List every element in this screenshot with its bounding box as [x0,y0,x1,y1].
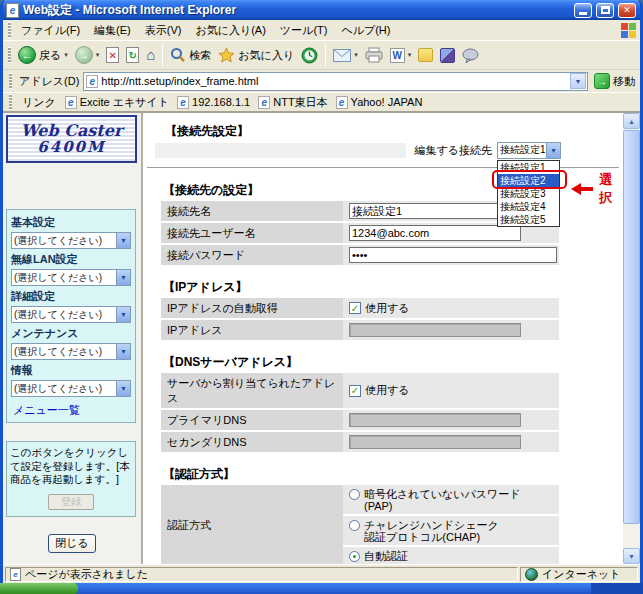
edit-with-word-button[interactable]: W ▾ [387,46,415,65]
menu-view[interactable]: 表示(V) [138,21,189,40]
ip-address-table: IPアドレスの自動取得 ✓ 使用する IPアドレス [161,298,561,340]
group-label-wlan: 無線LAN設定 [11,252,131,267]
edit-target-select[interactable]: 接続設定1 ▼ [497,142,561,159]
scroll-down-icon[interactable]: ▼ [623,548,640,564]
status-message: ページが表示されました [25,567,148,582]
connection-name-input[interactable] [349,203,521,219]
radio-selected-icon[interactable] [349,551,360,562]
minimize-button[interactable] [574,3,592,18]
menu-tools[interactable]: ツール(T) [273,21,335,40]
select-info[interactable]: (選択してください) ▼ [11,380,131,397]
menu-help[interactable]: ヘルプ(H) [334,21,397,40]
select-value: (選択してください) [14,271,102,285]
table-row: 認証方式 暗号化されていないパスワード (PAP) チ [161,485,561,564]
link-ntt-east[interactable]: e NTT東日本 [256,95,333,110]
select-advanced-settings[interactable]: (選択してください) ▼ [11,306,131,323]
link-yahoo-japan[interactable]: e Yahoo! JAPAN [334,96,429,109]
home-button[interactable]: ⌂ [143,46,158,64]
history-icon [301,47,318,64]
close-button[interactable]: ✕ [618,3,636,18]
start-button-fragment[interactable] [0,583,78,594]
research-button[interactable] [437,46,458,65]
ie-document-icon: e [6,3,19,18]
menu-favorites[interactable]: お気に入り(A) [188,21,272,40]
messenger-button[interactable] [459,46,482,65]
register-button[interactable]: 登録 [48,494,94,510]
menu-gripper[interactable] [8,22,11,38]
row-label: 認証方式 [161,485,343,564]
links-label: リンク [15,93,63,112]
search-button[interactable]: 検索 [167,45,214,65]
vertical-scrollbar[interactable]: ▲ ▼ [623,113,640,564]
dns-auto-checkbox[interactable]: ✓ [349,385,361,397]
row-value [343,320,559,340]
mail-dropdown-icon[interactable]: ▾ [354,51,358,59]
address-input[interactable] [101,74,567,89]
menu-edit[interactable]: 編集(E) [87,21,138,40]
mail-button[interactable]: ▾ [330,47,361,64]
edit-dropdown-icon[interactable]: ▾ [408,51,412,59]
chevron-down-icon: ▼ [546,143,560,158]
table-row: IPアドレス [161,320,561,340]
ip-auto-checkbox[interactable]: ✓ [349,302,361,314]
chevron-down-icon: ▼ [116,381,130,396]
password-input[interactable] [349,247,557,263]
security-zone-pane: インターネット [520,567,638,582]
forward-icon: → [75,46,93,64]
scroll-thumb[interactable] [623,130,640,524]
ie-link-icon: e [258,96,270,109]
auth-method-table: 認証方式 暗号化されていないパスワード (PAP) チ [161,485,561,564]
forward-dropdown-icon: ▾ [96,51,100,59]
username-input[interactable] [349,225,521,241]
link-192-168-1-1[interactable]: e 192.168.1.1 [175,96,256,109]
register-note-box: このボタンをクリックして設定を登録します。[本商品を再起動します。] 登録 [6,441,136,517]
history-button[interactable] [298,45,321,66]
scroll-track[interactable] [623,129,640,548]
radio-icon[interactable] [349,520,360,531]
chevron-down-icon: ▼ [116,307,130,322]
radio-label: 自動認証 [364,550,408,562]
select-basic-settings[interactable]: (選択してください) ▼ [11,232,131,249]
folders-button[interactable] [415,46,436,64]
register-note: このボタンをクリックして設定を登録します。[本商品を再起動します。] [10,446,130,485]
radio-label-line2: 認証プロトコル(CHAP) [364,531,499,543]
radio-option-auto[interactable]: 自動認証 [343,547,559,564]
scroll-up-icon[interactable]: ▲ [623,113,640,129]
radio-icon[interactable] [349,489,360,500]
table-row: 接続パスワード [161,245,561,265]
refresh-button[interactable]: ↻ [123,45,142,65]
row-label: IPアドレスの自動取得 [161,298,343,318]
radio-option-pap[interactable]: 暗号化されていないパスワード (PAP) [343,485,559,514]
address-gripper[interactable] [9,73,12,89]
print-button[interactable] [362,45,386,65]
menu-file[interactable]: ファイル(F) [14,21,87,40]
restore-button[interactable] [596,3,614,18]
forward-button[interactable]: → ▾ [72,44,103,66]
select-maintenance[interactable]: (選択してください) ▼ [11,343,131,360]
favorites-label: お気に入り [238,48,294,63]
close-page-button[interactable]: 閉じる [48,534,96,553]
link-label: Excite エキサイト [80,95,169,110]
address-dropdown-icon[interactable]: ▼ [570,73,586,89]
link-excite[interactable]: e Excite エキサイト [63,95,175,110]
back-dropdown-icon[interactable]: ▾ [64,51,68,59]
menu-list-link[interactable]: メニュー一覧 [11,400,131,420]
folder-icon [418,48,433,62]
ie-page-icon: e [86,75,98,88]
row-value [343,432,559,452]
link-label: Yahoo! JAPAN [351,96,423,108]
back-button[interactable]: ← 戻る ▾ [15,44,71,66]
mail-icon [333,49,351,62]
select-wlan-settings[interactable]: (選択してください) ▼ [11,269,131,286]
edit-target-value: 接続設定1 [500,143,546,157]
go-button[interactable]: → 移動 [592,73,637,89]
row-value: ✓ 使用する [343,298,559,318]
dropdown-option-4[interactable]: 接続設定4 [498,200,559,213]
radio-option-chap[interactable]: チャレンジハンドシェーク 認証プロトコル(CHAP) [343,516,559,545]
favorites-star-icon [218,47,235,63]
links-gripper[interactable] [9,94,12,110]
toolbar-gripper[interactable] [8,47,11,63]
favorites-button[interactable]: お気に入り [215,45,297,65]
dropdown-option-5[interactable]: 接続設定5 [498,213,559,226]
stop-button[interactable]: ✕ [103,45,122,65]
